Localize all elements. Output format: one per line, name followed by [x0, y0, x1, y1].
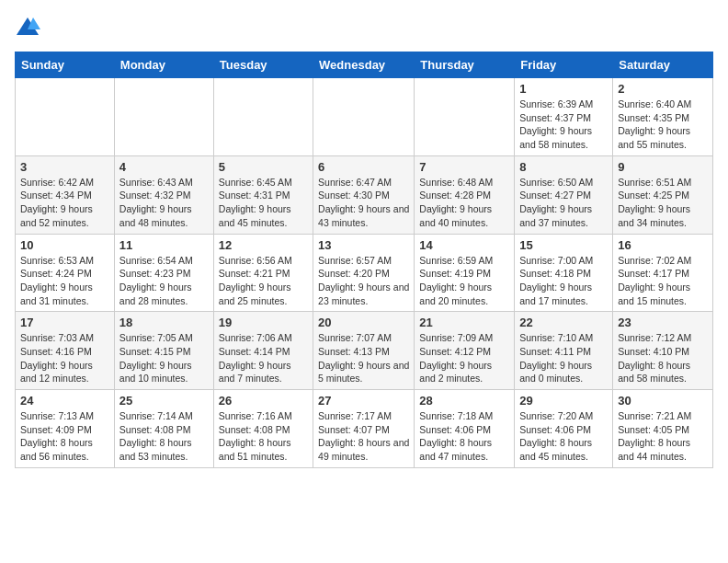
day-info: Sunrise: 7:17 AMSunset: 4:07 PMDaylight:…	[318, 409, 409, 464]
calendar-cell: 24Sunrise: 7:13 AMSunset: 4:09 PMDayligh…	[16, 390, 115, 468]
logo-icon	[15, 15, 40, 40]
calendar-cell: 13Sunrise: 6:57 AMSunset: 4:20 PMDayligh…	[313, 234, 415, 312]
day-number: 19	[219, 316, 308, 329]
calendar-cell: 10Sunrise: 6:53 AMSunset: 4:24 PMDayligh…	[16, 234, 115, 312]
calendar-cell: 22Sunrise: 7:10 AMSunset: 4:11 PMDayligh…	[515, 312, 613, 390]
day-info: Sunrise: 6:57 AMSunset: 4:20 PMDaylight:…	[318, 254, 409, 308]
day-number: 8	[519, 160, 608, 174]
calendar-cell: 27Sunrise: 7:17 AMSunset: 4:07 PMDayligh…	[313, 390, 415, 468]
calendar-header-row: SundayMondayTuesdayWednesdayThursdayFrid…	[16, 52, 713, 78]
day-number: 11	[119, 238, 209, 252]
calendar-cell: 6Sunrise: 6:47 AMSunset: 4:30 PMDaylight…	[313, 155, 415, 234]
calendar-body: 1Sunrise: 6:39 AMSunset: 4:37 PMDaylight…	[16, 78, 713, 468]
day-number: 30	[618, 394, 708, 408]
day-info: Sunrise: 6:53 AMSunset: 4:24 PMDaylight:…	[20, 254, 109, 308]
day-number: 26	[219, 394, 308, 408]
day-number: 13	[318, 238, 409, 252]
calendar-week-row: 17Sunrise: 7:03 AMSunset: 4:16 PMDayligh…	[16, 312, 713, 390]
day-number: 6	[318, 160, 409, 174]
day-info: Sunrise: 7:16 AMSunset: 4:08 PMDaylight:…	[219, 409, 308, 464]
calendar-cell: 18Sunrise: 7:05 AMSunset: 4:15 PMDayligh…	[114, 312, 213, 390]
calendar-cell: 15Sunrise: 7:00 AMSunset: 4:18 PMDayligh…	[515, 234, 613, 312]
day-number: 7	[419, 160, 509, 174]
day-number: 21	[419, 316, 509, 329]
weekday-header: Sunday	[16, 52, 115, 78]
calendar-cell: 20Sunrise: 7:07 AMSunset: 4:13 PMDayligh…	[313, 312, 415, 390]
calendar-cell	[415, 78, 515, 156]
calendar-cell	[16, 78, 115, 156]
calendar-cell: 2Sunrise: 6:40 AMSunset: 4:35 PMDaylight…	[613, 78, 713, 156]
day-info: Sunrise: 7:12 AMSunset: 4:10 PMDaylight:…	[618, 331, 708, 385]
day-number: 14	[419, 238, 509, 252]
calendar-cell: 8Sunrise: 6:50 AMSunset: 4:27 PMDaylight…	[515, 155, 613, 234]
day-number: 15	[519, 238, 608, 252]
weekday-header: Saturday	[613, 52, 713, 78]
calendar-cell: 3Sunrise: 6:42 AMSunset: 4:34 PMDaylight…	[16, 155, 115, 234]
weekday-header: Tuesday	[213, 52, 313, 78]
calendar-cell	[313, 78, 415, 156]
calendar-cell: 1Sunrise: 6:39 AMSunset: 4:37 PMDaylight…	[515, 78, 613, 156]
calendar-week-row: 24Sunrise: 7:13 AMSunset: 4:09 PMDayligh…	[16, 390, 713, 468]
calendar-cell: 28Sunrise: 7:18 AMSunset: 4:06 PMDayligh…	[415, 390, 515, 468]
day-number: 16	[618, 238, 708, 252]
calendar-table: SundayMondayTuesdayWednesdayThursdayFrid…	[15, 52, 713, 468]
calendar-week-row: 1Sunrise: 6:39 AMSunset: 4:37 PMDaylight…	[16, 78, 713, 156]
calendar-week-row: 3Sunrise: 6:42 AMSunset: 4:34 PMDaylight…	[16, 155, 713, 234]
calendar-cell	[213, 78, 313, 156]
day-number: 25	[119, 394, 209, 408]
calendar-cell: 29Sunrise: 7:20 AMSunset: 4:06 PMDayligh…	[515, 390, 613, 468]
calendar-cell: 21Sunrise: 7:09 AMSunset: 4:12 PMDayligh…	[415, 312, 515, 390]
weekday-header: Monday	[114, 52, 213, 78]
day-info: Sunrise: 6:59 AMSunset: 4:19 PMDaylight:…	[419, 254, 509, 308]
day-info: Sunrise: 6:42 AMSunset: 4:34 PMDaylight:…	[20, 176, 109, 230]
day-number: 1	[519, 82, 608, 96]
day-info: Sunrise: 6:51 AMSunset: 4:25 PMDaylight:…	[618, 176, 708, 230]
day-number: 2	[618, 82, 708, 96]
day-info: Sunrise: 6:43 AMSunset: 4:32 PMDaylight:…	[119, 176, 209, 230]
day-number: 29	[519, 394, 608, 408]
calendar-cell: 7Sunrise: 6:48 AMSunset: 4:28 PMDaylight…	[415, 155, 515, 234]
calendar-cell: 19Sunrise: 7:06 AMSunset: 4:14 PMDayligh…	[213, 312, 313, 390]
day-info: Sunrise: 6:40 AMSunset: 4:35 PMDaylight:…	[618, 98, 708, 152]
day-info: Sunrise: 7:09 AMSunset: 4:12 PMDaylight:…	[419, 331, 509, 385]
calendar-cell: 23Sunrise: 7:12 AMSunset: 4:10 PMDayligh…	[613, 312, 713, 390]
day-info: Sunrise: 7:00 AMSunset: 4:18 PMDaylight:…	[519, 254, 608, 308]
day-info: Sunrise: 7:07 AMSunset: 4:13 PMDaylight:…	[318, 331, 409, 385]
calendar-cell: 25Sunrise: 7:14 AMSunset: 4:08 PMDayligh…	[114, 390, 213, 468]
day-info: Sunrise: 7:03 AMSunset: 4:16 PMDaylight:…	[20, 331, 109, 385]
calendar-cell: 26Sunrise: 7:16 AMSunset: 4:08 PMDayligh…	[213, 390, 313, 468]
day-number: 5	[219, 160, 308, 174]
calendar-cell: 30Sunrise: 7:21 AMSunset: 4:05 PMDayligh…	[613, 390, 713, 468]
day-number: 4	[119, 160, 209, 174]
calendar-cell: 5Sunrise: 6:45 AMSunset: 4:31 PMDaylight…	[213, 155, 313, 234]
day-number: 10	[20, 238, 109, 252]
day-number: 20	[318, 316, 409, 329]
day-number: 27	[318, 394, 409, 408]
calendar-cell: 16Sunrise: 7:02 AMSunset: 4:17 PMDayligh…	[613, 234, 713, 312]
day-number: 28	[419, 394, 509, 408]
day-number: 24	[20, 394, 109, 408]
day-info: Sunrise: 6:39 AMSunset: 4:37 PMDaylight:…	[519, 98, 608, 152]
day-info: Sunrise: 6:50 AMSunset: 4:27 PMDaylight:…	[519, 176, 608, 230]
calendar-cell: 17Sunrise: 7:03 AMSunset: 4:16 PMDayligh…	[16, 312, 115, 390]
day-info: Sunrise: 7:05 AMSunset: 4:15 PMDaylight:…	[119, 331, 209, 385]
calendar-cell: 11Sunrise: 6:54 AMSunset: 4:23 PMDayligh…	[114, 234, 213, 312]
weekday-header: Wednesday	[313, 52, 415, 78]
weekday-header: Thursday	[415, 52, 515, 78]
day-number: 9	[618, 160, 708, 174]
day-info: Sunrise: 6:48 AMSunset: 4:28 PMDaylight:…	[419, 176, 509, 230]
day-info: Sunrise: 6:47 AMSunset: 4:30 PMDaylight:…	[318, 176, 409, 230]
day-info: Sunrise: 7:20 AMSunset: 4:06 PMDaylight:…	[519, 409, 608, 464]
page-header	[15, 15, 713, 40]
day-info: Sunrise: 6:56 AMSunset: 4:21 PMDaylight:…	[219, 254, 308, 308]
day-info: Sunrise: 7:21 AMSunset: 4:05 PMDaylight:…	[618, 409, 708, 464]
calendar-cell: 12Sunrise: 6:56 AMSunset: 4:21 PMDayligh…	[213, 234, 313, 312]
weekday-header: Friday	[515, 52, 613, 78]
calendar-cell: 9Sunrise: 6:51 AMSunset: 4:25 PMDaylight…	[613, 155, 713, 234]
day-number: 22	[519, 316, 608, 329]
day-info: Sunrise: 7:06 AMSunset: 4:14 PMDaylight:…	[219, 331, 308, 385]
calendar-week-row: 10Sunrise: 6:53 AMSunset: 4:24 PMDayligh…	[16, 234, 713, 312]
day-info: Sunrise: 7:10 AMSunset: 4:11 PMDaylight:…	[519, 331, 608, 385]
day-info: Sunrise: 7:18 AMSunset: 4:06 PMDaylight:…	[419, 409, 509, 464]
day-info: Sunrise: 7:02 AMSunset: 4:17 PMDaylight:…	[618, 254, 708, 308]
